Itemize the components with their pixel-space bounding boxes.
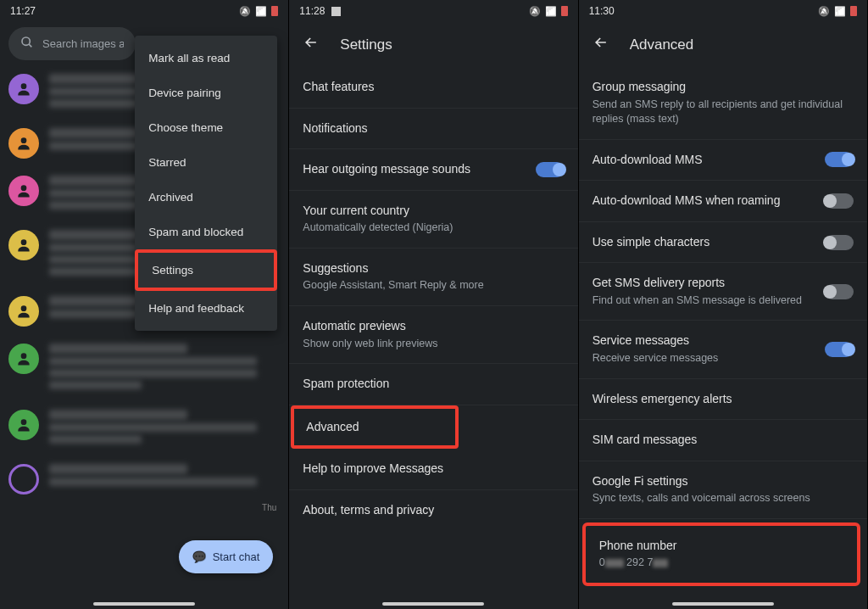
menu-spam-blocked[interactable]: Spam and blocked	[135, 215, 277, 249]
menu-archived[interactable]: Archived	[135, 180, 277, 215]
signal-icon	[255, 6, 267, 17]
list-item[interactable]	[8, 455, 280, 503]
back-arrow-icon[interactable]	[593, 34, 609, 55]
app-header: Advanced	[579, 22, 867, 67]
phone-advanced: 11:30 Advanced Group messagingSend an SM…	[579, 0, 868, 609]
menu-device-pairing[interactable]: Device pairing	[135, 75, 277, 110]
search-bar[interactable]: Search images an	[8, 27, 136, 60]
phone-number-label: Phone number	[599, 538, 843, 555]
status-icons	[818, 6, 857, 17]
setting-auto-mms-roaming[interactable]: Auto-download MMS when roaming	[579, 181, 867, 222]
avatar	[8, 230, 39, 260]
status-time: 11:28	[299, 5, 325, 17]
dnd-icon	[239, 6, 251, 17]
toggle-auto-mms[interactable]	[825, 152, 854, 167]
status-time: 11:30	[589, 5, 615, 17]
back-arrow-icon[interactable]	[303, 34, 320, 55]
toggle-delivery-reports[interactable]	[825, 284, 854, 299]
setting-phone-number-highlight: Phone number 0 292 7	[582, 522, 860, 586]
menu-settings[interactable]: Settings	[135, 249, 277, 291]
dnd-icon	[818, 6, 830, 17]
settings-list: Chat features Notifications Hear outgoin…	[289, 67, 577, 530]
setting-group-messaging[interactable]: Group messagingSend an SMS reply to all …	[579, 67, 867, 140]
status-bar: 11:27	[0, 0, 288, 22]
battery-icon	[271, 6, 278, 16]
setting-google-fi[interactable]: Google Fi settingsSync texts, calls and …	[579, 461, 867, 519]
chat-icon	[192, 550, 206, 563]
avatar	[8, 344, 39, 374]
menu-starred[interactable]: Starred	[135, 145, 277, 180]
status-icons	[239, 6, 278, 17]
setting-sim-messages[interactable]: SIM card messages	[579, 420, 867, 461]
svg-point-6	[21, 305, 27, 311]
svg-point-0	[22, 37, 30, 45]
setting-chat-features[interactable]: Chat features	[289, 67, 577, 109]
phone-number-value: 0 292 7	[599, 556, 843, 571]
svg-line-1	[29, 44, 31, 47]
svg-point-5	[21, 239, 27, 245]
setting-country[interactable]: Your current countryAutomatically detect…	[289, 191, 577, 249]
status-icons	[529, 6, 568, 17]
screenshot-icon	[331, 7, 341, 16]
page-title: Advanced	[630, 36, 694, 53]
fab-label: Start chat	[213, 550, 260, 563]
search-placeholder: Search images an	[42, 37, 124, 50]
toggle-hear-sounds[interactable]	[536, 162, 565, 177]
toggle-auto-mms-roaming[interactable]	[825, 193, 854, 209]
avatar	[8, 74, 39, 104]
phone-settings: 11:28 Settings Chat features Notificatio…	[289, 0, 578, 609]
setting-notifications[interactable]: Notifications	[289, 109, 577, 150]
battery-icon	[561, 6, 568, 16]
setting-wireless-alerts[interactable]: Wireless emergency alerts	[579, 379, 867, 421]
status-time: 11:27	[10, 5, 36, 17]
setting-improve[interactable]: Help to improve Messages	[289, 449, 577, 490]
svg-point-3	[21, 137, 27, 143]
advanced-list: Group messagingSend an SMS reply to all …	[579, 67, 867, 586]
avatar	[8, 464, 39, 494]
setting-previews[interactable]: Automatic previewsShow only web link pre…	[289, 306, 577, 364]
toggle-service-messages[interactable]	[825, 342, 854, 357]
phone-messages-list: 11:27 Search images an	[0, 0, 289, 609]
timestamp: Thu	[8, 503, 280, 512]
dnd-icon	[529, 6, 541, 17]
avatar	[8, 410, 39, 440]
nav-bar[interactable]	[382, 602, 484, 606]
avatar	[8, 176, 39, 206]
overflow-menu: Mark all as read Device pairing Choose t…	[135, 36, 277, 331]
page-title: Settings	[340, 36, 392, 53]
nav-bar[interactable]	[672, 602, 774, 606]
toggle-simple-chars[interactable]	[825, 235, 854, 250]
svg-point-7	[21, 353, 27, 359]
avatar	[8, 128, 39, 159]
signal-icon	[545, 6, 557, 17]
setting-auto-mms[interactable]: Auto-download MMS	[579, 140, 867, 182]
setting-simple-chars[interactable]: Use simple characters	[579, 222, 867, 264]
menu-help[interactable]: Help and feedback	[135, 291, 277, 326]
setting-phone-number[interactable]: Phone number 0 292 7	[586, 526, 857, 583]
start-chat-fab[interactable]: Start chat	[179, 540, 274, 573]
status-bar: 11:28	[289, 0, 577, 22]
menu-mark-read[interactable]: Mark all as read	[135, 41, 277, 75]
search-icon	[20, 36, 34, 52]
list-item[interactable]	[8, 401, 280, 455]
setting-spam[interactable]: Spam protection	[289, 364, 577, 405]
setting-service-messages[interactable]: Service messagesReceive service messages	[579, 321, 867, 378]
list-item[interactable]	[8, 335, 280, 401]
status-bar: 11:30	[579, 0, 867, 22]
app-header: Settings	[289, 22, 577, 67]
setting-about[interactable]: About, terms and privacy	[289, 490, 577, 531]
svg-point-2	[21, 83, 27, 89]
nav-bar[interactable]	[93, 602, 195, 606]
menu-choose-theme[interactable]: Choose theme	[135, 110, 277, 145]
setting-suggestions[interactable]: SuggestionsGoogle Assistant, Smart Reply…	[289, 249, 577, 306]
signal-icon	[834, 6, 846, 17]
setting-advanced[interactable]: Advanced	[291, 405, 458, 450]
setting-hear-sounds[interactable]: Hear outgoing message sounds	[289, 149, 577, 191]
battery-icon	[850, 6, 857, 16]
avatar	[8, 296, 39, 327]
svg-point-4	[21, 185, 27, 191]
svg-point-8	[21, 419, 27, 425]
setting-delivery-reports[interactable]: Get SMS delivery reportsFind out when an…	[579, 263, 867, 321]
